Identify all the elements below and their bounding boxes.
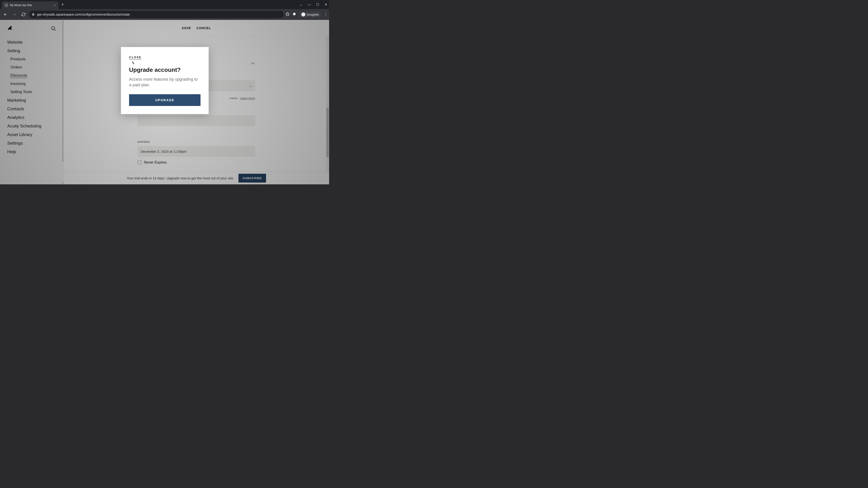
back-button[interactable]	[2, 11, 9, 18]
new-tab-button[interactable]: +	[58, 2, 67, 7]
tab-favicon	[4, 3, 8, 7]
browser-menu-icon[interactable]: ⋮	[324, 12, 327, 17]
browser-titlebar: My Mood Joy One × + ⌄ — ☐ ✕	[0, 0, 329, 9]
forward-button[interactable]	[11, 11, 18, 18]
incognito-badge[interactable]: Incognito	[299, 11, 321, 18]
extensions-icon[interactable]	[292, 12, 296, 17]
bookmark-icon[interactable]	[285, 12, 289, 17]
close-window-icon[interactable]: ✕	[324, 3, 327, 6]
tab-title: My Mood Joy One	[10, 4, 52, 7]
modal-close-button[interactable]: CLOSE	[129, 56, 142, 60]
modal-body: Access more features by upgrading to a p…	[129, 76, 200, 88]
url-text: gar-chrysalis.squarespace.com/config/com…	[37, 13, 130, 16]
incognito-icon	[301, 12, 305, 17]
browser-address-bar: gar-chrysalis.squarespace.com/config/com…	[0, 9, 329, 20]
maximize-icon[interactable]: ☐	[316, 3, 319, 6]
tab-close-icon[interactable]: ×	[54, 3, 56, 7]
svg-marker-0	[286, 12, 289, 15]
tabs-dropdown-icon[interactable]: ⌄	[300, 3, 302, 6]
upgrade-button[interactable]: UPGRADE	[129, 94, 200, 106]
window-controls: ⌄ — ☐ ✕	[300, 3, 329, 6]
svg-rect-1	[293, 13, 296, 15]
browser-tab[interactable]: My Mood Joy One ×	[2, 1, 58, 9]
incognito-label: Incognito	[307, 13, 319, 16]
lock-icon	[32, 13, 35, 17]
url-bar[interactable]: gar-chrysalis.squarespace.com/config/com…	[29, 11, 284, 18]
reload-button[interactable]	[20, 11, 27, 18]
modal-title: Upgrade account?	[129, 66, 200, 73]
minimize-icon[interactable]: —	[308, 3, 311, 6]
upgrade-modal: CLOSE Upgrade account? Access more featu…	[121, 47, 209, 114]
